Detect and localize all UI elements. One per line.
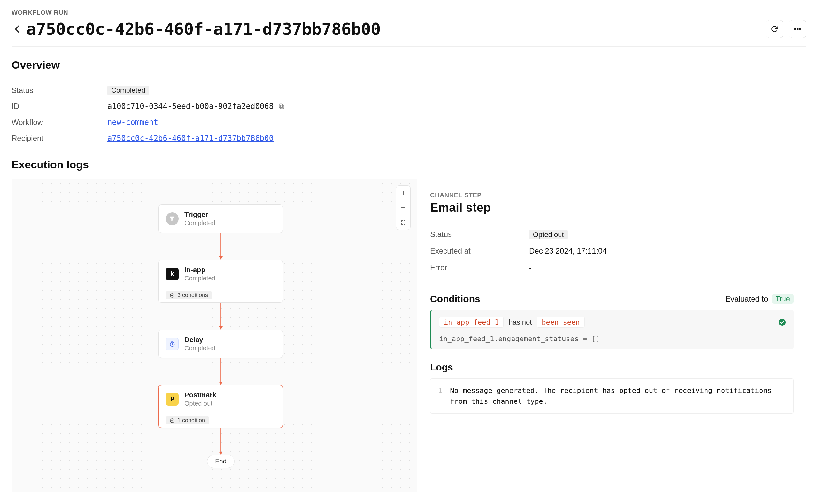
conditions-heading: Conditions	[430, 294, 480, 304]
detail-eyebrow: CHANNEL STEP	[430, 192, 794, 199]
node-delay-sub: Completed	[184, 345, 215, 352]
overview-recipient-label: Recipient	[11, 134, 107, 143]
title-row: a750cc0c-42b6-460f-a171-d737bb786b00	[11, 19, 807, 47]
zoom-controls	[396, 185, 411, 230]
condition-expression: in_app_feed_1.engagement_statuses = []	[439, 335, 786, 343]
detail-status-value: Opted out	[529, 230, 568, 239]
evaluated-to-badge: True	[772, 294, 794, 304]
node-postmark-sub: Opted out	[184, 400, 216, 407]
overview-id-label: ID	[11, 102, 107, 111]
execution-logs-heading: Execution logs	[11, 158, 807, 175]
detail-status-label: Status	[430, 230, 529, 239]
node-inapp[interactable]: k In-app Completed 3 conditions	[158, 260, 283, 303]
detail-executed-value: Dec 23 2024, 17:11:04	[529, 247, 607, 256]
node-inapp-conditions-chip: 3 conditions	[166, 291, 212, 299]
overview-id-value: a100c710-0344-5eed-b00a-902fa2ed0068	[107, 102, 273, 111]
log-line-text: No message generated. The recipient has …	[450, 385, 786, 407]
condition-chip-right: been seen	[537, 317, 585, 328]
workflow-canvas[interactable]: Trigger Completed k In-app Completed	[11, 179, 417, 492]
overview-status-value: Completed	[107, 86, 149, 95]
delay-icon	[166, 338, 179, 350]
node-trigger[interactable]: Trigger Completed	[158, 204, 283, 233]
fit-view-button[interactable]	[396, 215, 410, 230]
log-line-number: 1	[438, 385, 442, 407]
overview-heading: Overview	[11, 59, 807, 76]
node-delay[interactable]: Delay Completed	[158, 330, 283, 358]
node-inapp-title: In-app	[184, 266, 215, 274]
svg-point-0	[794, 28, 796, 30]
node-trigger-sub: Completed	[184, 219, 215, 227]
overview-recipient-link[interactable]: a750cc0c-42b6-460f-a171-d737bb786b00	[107, 134, 273, 143]
detail-title: Email step	[430, 201, 794, 215]
svg-rect-4	[279, 104, 283, 108]
check-circle-icon	[778, 318, 786, 326]
overview-workflow-label: Workflow	[11, 118, 107, 127]
log-box: 1 No message generated. The recipient ha…	[430, 378, 794, 414]
condition-chip-left: in_app_feed_1	[439, 317, 504, 328]
zoom-in-button[interactable]	[396, 186, 410, 200]
zoom-out-button[interactable]	[396, 200, 410, 215]
detail-error-label: Error	[430, 263, 529, 272]
detail-error-value: -	[529, 263, 532, 272]
svg-point-7	[170, 419, 174, 423]
node-inapp-sub: Completed	[184, 275, 215, 282]
node-postmark-title: Postmark	[184, 391, 216, 399]
condition-operator: has not	[509, 318, 532, 326]
more-menu-button[interactable]	[789, 20, 807, 38]
detail-executed-label: Executed at	[430, 247, 529, 256]
node-postmark-conditions-chip: 1 condition	[166, 416, 209, 424]
postmark-icon: P	[166, 393, 179, 406]
svg-rect-3	[280, 105, 284, 109]
node-end: End	[207, 455, 234, 468]
node-delay-title: Delay	[184, 336, 215, 344]
node-trigger-title: Trigger	[184, 210, 215, 219]
overview-status-label: Status	[11, 86, 107, 95]
overview-workflow-link[interactable]: new-comment	[107, 118, 158, 127]
inapp-icon: k	[166, 268, 179, 280]
back-icon[interactable]	[11, 23, 23, 35]
page-eyebrow: WORKFLOW RUN	[11, 9, 807, 16]
svg-point-5	[170, 294, 174, 297]
logs-heading: Logs	[430, 362, 794, 373]
node-postmark[interactable]: P Postmark Opted out 1 condition	[158, 385, 283, 428]
page-title: a750cc0c-42b6-460f-a171-d737bb786b00	[26, 19, 380, 39]
evaluated-to-label: Evaluated to	[725, 294, 768, 303]
condition-box: in_app_feed_1 has not been seen in_app_f…	[430, 310, 794, 349]
refresh-button[interactable]	[766, 20, 784, 38]
svg-point-2	[799, 28, 800, 30]
copy-icon[interactable]	[278, 103, 285, 110]
trigger-icon	[166, 212, 179, 225]
svg-point-1	[797, 28, 798, 30]
